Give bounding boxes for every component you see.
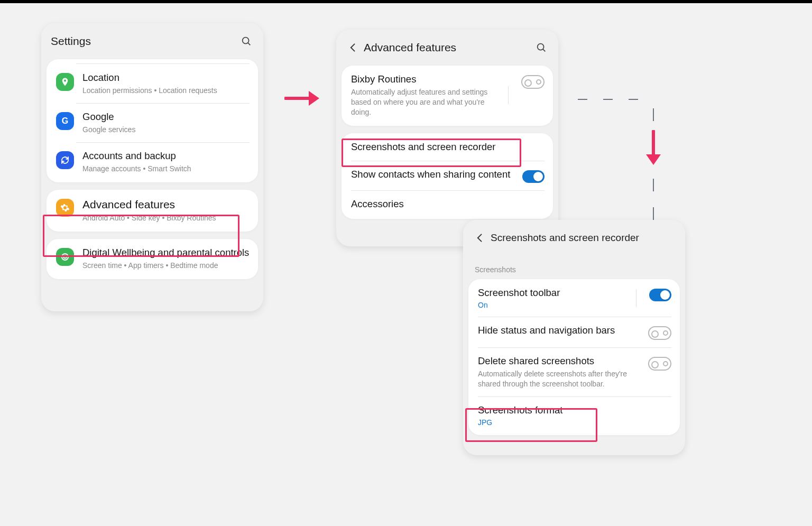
stage: Settings Location Location permissions •…	[0, 3, 812, 526]
back-icon[interactable]	[473, 230, 487, 245]
row-delete-shared[interactable]: Delete shared screenshots Automatically …	[468, 347, 680, 396]
screenshots-card: Screenshot toolbar On Hide status and na…	[468, 279, 680, 435]
row-title: Hide status and navigation bars	[478, 324, 642, 337]
advanced-card-bixby: Bixby Routines Automatically adjust feat…	[342, 66, 553, 126]
page-title: Settings	[51, 35, 239, 48]
toggle-toolbar[interactable]	[649, 289, 671, 301]
toggle-bixby[interactable]	[521, 75, 545, 89]
svg-point-6	[538, 44, 544, 50]
toggle-delete-shared[interactable]	[648, 357, 671, 371]
gear-icon	[56, 199, 74, 217]
row-sub: Automatically adjust features and settin…	[351, 87, 499, 117]
screen-screenshots: Screenshots and screen recorder Screensh…	[463, 220, 685, 455]
sync-icon	[56, 151, 74, 169]
settings-row-location[interactable]: Location Location permissions • Location…	[47, 64, 258, 103]
dash-horizontal	[570, 94, 646, 104]
arrow-down-icon	[644, 130, 663, 165]
header-settings: Settings	[41, 23, 263, 59]
row-title: Bixby Routines	[351, 73, 504, 86]
svg-point-2	[62, 254, 68, 260]
google-icon: G	[56, 112, 74, 130]
search-icon[interactable]	[239, 34, 254, 49]
row-title: Delete shared screenshots	[478, 355, 642, 367]
row-hide-bars[interactable]: Hide status and navigation bars	[468, 317, 680, 347]
row-title: Show contacts when sharing content	[351, 168, 516, 181]
search-icon[interactable]	[534, 40, 549, 55]
advanced-card-2: Screenshots and screen recorder Show con…	[342, 133, 553, 219]
settings-row-accounts[interactable]: Accounts and backup Manage accounts • Sm…	[47, 142, 258, 181]
row-sub: Android Auto • Side key • Bixby Routines	[82, 213, 250, 223]
row-title: Google	[82, 110, 250, 123]
svg-line-1	[248, 43, 250, 45]
svg-point-0	[243, 38, 249, 44]
row-sub: Manage accounts • Smart Switch	[82, 164, 250, 174]
row-title: Screenshot toolbar	[478, 287, 632, 299]
back-icon[interactable]	[346, 40, 361, 55]
row-toolbar[interactable]: Screenshot toolbar On	[468, 279, 680, 317]
settings-card-1: Location Location permissions • Location…	[47, 59, 258, 182]
location-icon	[56, 73, 74, 91]
row-title: Screenshots format	[478, 404, 671, 417]
svg-marker-5	[309, 91, 319, 106]
divider	[636, 289, 636, 307]
settings-card-3: Digital Wellbeing and parental controls …	[47, 239, 258, 279]
settings-row-google[interactable]: G Google Google services	[47, 103, 258, 142]
section-label: Screenshots	[463, 256, 685, 277]
toggle-contacts[interactable]	[522, 170, 545, 183]
toggle-hide-bars[interactable]	[648, 326, 671, 340]
row-show-contacts[interactable]: Show contacts when sharing content	[342, 161, 553, 190]
page-title: Screenshots and screen recorder	[491, 232, 676, 244]
row-title: Accessories	[351, 198, 545, 210]
row-format[interactable]: Screenshots format JPG	[468, 396, 680, 434]
row-status: On	[478, 301, 632, 309]
screen-advanced: Advanced features Bixby Routines Automat…	[336, 30, 558, 246]
settings-row-advanced[interactable]: Advanced features Android Auto • Side ke…	[47, 190, 258, 230]
settings-row-wellbeing[interactable]: Digital Wellbeing and parental controls …	[47, 239, 258, 278]
svg-marker-9	[646, 154, 661, 165]
row-title: Digital Wellbeing and parental controls	[82, 246, 250, 259]
row-sub: Automatically delete screenshots after t…	[478, 369, 636, 389]
row-sub: Location permissions • Location requests	[82, 86, 250, 96]
row-sub: Screen time • App timers • Bedtime mode	[82, 261, 250, 271]
dash-vertical	[653, 207, 654, 220]
row-value: JPG	[478, 418, 671, 427]
svg-line-7	[543, 49, 545, 51]
row-bixby[interactable]: Bixby Routines Automatically adjust feat…	[342, 66, 553, 125]
dash-vertical	[653, 108, 654, 121]
header-screenshots: Screenshots and screen recorder	[463, 220, 685, 256]
page-title: Advanced features	[364, 41, 534, 54]
row-title: Advanced features	[82, 197, 250, 211]
header-advanced: Advanced features	[336, 30, 558, 66]
row-title: Location	[82, 71, 250, 84]
divider	[508, 86, 509, 104]
row-title: Accounts and backup	[82, 150, 250, 162]
dash-vertical	[653, 179, 654, 191]
row-sub: Google services	[82, 125, 250, 135]
screen-settings: Settings Location Location permissions •…	[41, 23, 263, 311]
wellbeing-icon	[56, 248, 74, 266]
svg-point-3	[63, 255, 66, 258]
arrow-right-icon	[284, 89, 319, 108]
row-screenshots-recorder[interactable]: Screenshots and screen recorder	[342, 133, 553, 161]
row-title: Screenshots and screen recorder	[351, 141, 545, 153]
settings-card-2: Advanced features Android Auto • Side ke…	[47, 190, 258, 232]
row-accessories[interactable]: Accessories	[342, 190, 553, 218]
